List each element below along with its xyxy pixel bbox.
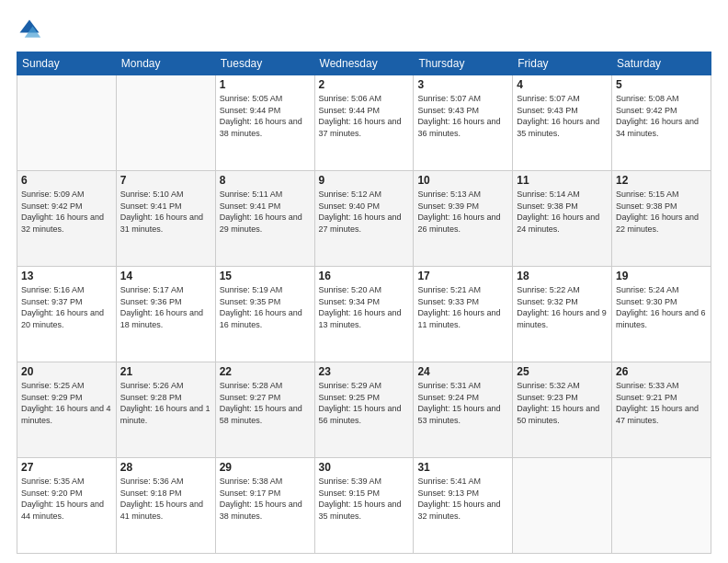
page-header xyxy=(17,17,711,42)
day-info: Sunrise: 5:17 AM Sunset: 9:36 PM Dayligh… xyxy=(120,284,211,330)
calendar-cell: 7Sunrise: 5:10 AM Sunset: 9:41 PM Daylig… xyxy=(116,171,215,267)
day-number: 1 xyxy=(220,78,311,91)
header-tuesday: Tuesday xyxy=(215,52,314,75)
day-info: Sunrise: 5:14 AM Sunset: 9:38 PM Dayligh… xyxy=(517,189,608,235)
day-number: 29 xyxy=(220,461,311,474)
day-info: Sunrise: 5:08 AM Sunset: 9:42 PM Dayligh… xyxy=(616,93,707,139)
calendar-cell: 14Sunrise: 5:17 AM Sunset: 9:36 PM Dayli… xyxy=(116,267,215,362)
calendar-week-row: 13Sunrise: 5:16 AM Sunset: 9:37 PM Dayli… xyxy=(17,267,711,362)
calendar-cell: 24Sunrise: 5:31 AM Sunset: 9:24 PM Dayli… xyxy=(414,362,513,458)
calendar-cell: 23Sunrise: 5:29 AM Sunset: 9:25 PM Dayli… xyxy=(314,362,414,458)
calendar-cell: 26Sunrise: 5:33 AM Sunset: 9:21 PM Dayli… xyxy=(612,362,711,458)
day-number: 2 xyxy=(319,78,410,91)
day-number: 26 xyxy=(616,365,707,378)
day-info: Sunrise: 5:29 AM Sunset: 9:25 PM Dayligh… xyxy=(319,380,410,426)
calendar-cell: 21Sunrise: 5:26 AM Sunset: 9:28 PM Dayli… xyxy=(116,362,215,458)
day-number: 24 xyxy=(417,365,508,378)
day-info: Sunrise: 5:06 AM Sunset: 9:44 PM Dayligh… xyxy=(319,93,410,139)
calendar-cell: 19Sunrise: 5:24 AM Sunset: 9:30 PM Dayli… xyxy=(612,267,711,362)
calendar-cell: 29Sunrise: 5:38 AM Sunset: 9:17 PM Dayli… xyxy=(215,458,314,554)
calendar-cell xyxy=(116,75,215,171)
calendar-cell: 16Sunrise: 5:20 AM Sunset: 9:34 PM Dayli… xyxy=(314,267,414,362)
calendar-week-row: 1Sunrise: 5:05 AM Sunset: 9:44 PM Daylig… xyxy=(17,75,711,171)
header-friday: Friday xyxy=(513,52,612,75)
header-saturday: Saturday xyxy=(612,52,711,75)
calendar-cell: 25Sunrise: 5:32 AM Sunset: 9:23 PM Dayli… xyxy=(513,362,612,458)
logo-icon xyxy=(17,17,42,42)
calendar-cell: 6Sunrise: 5:09 AM Sunset: 9:42 PM Daylig… xyxy=(17,171,117,267)
calendar-cell: 12Sunrise: 5:15 AM Sunset: 9:38 PM Dayli… xyxy=(612,171,711,267)
calendar-cell: 1Sunrise: 5:05 AM Sunset: 9:44 PM Daylig… xyxy=(215,75,314,171)
day-number: 31 xyxy=(417,461,508,474)
calendar-cell: 3Sunrise: 5:07 AM Sunset: 9:43 PM Daylig… xyxy=(414,75,513,171)
day-number: 17 xyxy=(417,270,508,282)
day-number: 27 xyxy=(21,461,112,474)
day-info: Sunrise: 5:22 AM Sunset: 9:32 PM Dayligh… xyxy=(517,284,608,330)
day-info: Sunrise: 5:13 AM Sunset: 9:39 PM Dayligh… xyxy=(417,189,508,235)
calendar-cell: 8Sunrise: 5:11 AM Sunset: 9:41 PM Daylig… xyxy=(215,171,314,267)
day-info: Sunrise: 5:16 AM Sunset: 9:37 PM Dayligh… xyxy=(21,284,112,330)
calendar-table: Sunday Monday Tuesday Wednesday Thursday… xyxy=(17,52,711,554)
day-info: Sunrise: 5:12 AM Sunset: 9:40 PM Dayligh… xyxy=(319,189,410,235)
calendar-cell: 11Sunrise: 5:14 AM Sunset: 9:38 PM Dayli… xyxy=(513,171,612,267)
day-info: Sunrise: 5:35 AM Sunset: 9:20 PM Dayligh… xyxy=(21,476,112,522)
header-wednesday: Wednesday xyxy=(314,52,414,75)
day-number: 18 xyxy=(517,270,608,282)
calendar-cell: 28Sunrise: 5:36 AM Sunset: 9:18 PM Dayli… xyxy=(116,458,215,554)
day-info: Sunrise: 5:10 AM Sunset: 9:41 PM Dayligh… xyxy=(120,189,211,235)
day-number: 19 xyxy=(616,270,707,282)
day-number: 13 xyxy=(21,270,112,282)
day-info: Sunrise: 5:20 AM Sunset: 9:34 PM Dayligh… xyxy=(319,284,410,330)
day-number: 23 xyxy=(319,365,410,378)
day-number: 14 xyxy=(120,270,211,282)
calendar-cell xyxy=(17,75,117,171)
day-info: Sunrise: 5:05 AM Sunset: 9:44 PM Dayligh… xyxy=(220,93,311,139)
day-number: 6 xyxy=(21,174,112,187)
weekday-header-row: Sunday Monday Tuesday Wednesday Thursday… xyxy=(17,52,711,75)
day-info: Sunrise: 5:33 AM Sunset: 9:21 PM Dayligh… xyxy=(616,380,707,426)
day-number: 22 xyxy=(220,365,311,378)
day-number: 25 xyxy=(517,365,608,378)
day-number: 10 xyxy=(417,174,508,187)
calendar-cell: 31Sunrise: 5:41 AM Sunset: 9:13 PM Dayli… xyxy=(414,458,513,554)
day-info: Sunrise: 5:39 AM Sunset: 9:15 PM Dayligh… xyxy=(319,476,410,522)
calendar-cell xyxy=(513,458,612,554)
day-info: Sunrise: 5:31 AM Sunset: 9:24 PM Dayligh… xyxy=(417,380,508,426)
day-info: Sunrise: 5:24 AM Sunset: 9:30 PM Dayligh… xyxy=(616,284,707,330)
calendar-cell xyxy=(612,458,711,554)
calendar-cell: 17Sunrise: 5:21 AM Sunset: 9:33 PM Dayli… xyxy=(414,267,513,362)
day-number: 28 xyxy=(120,461,211,474)
calendar-cell: 30Sunrise: 5:39 AM Sunset: 9:15 PM Dayli… xyxy=(314,458,414,554)
day-info: Sunrise: 5:41 AM Sunset: 9:13 PM Dayligh… xyxy=(417,476,508,522)
day-number: 16 xyxy=(319,270,410,282)
calendar-cell: 10Sunrise: 5:13 AM Sunset: 9:39 PM Dayli… xyxy=(414,171,513,267)
header-monday: Monday xyxy=(116,52,215,75)
day-number: 21 xyxy=(120,365,211,378)
day-number: 8 xyxy=(220,174,311,187)
calendar-cell: 4Sunrise: 5:07 AM Sunset: 9:43 PM Daylig… xyxy=(513,75,612,171)
day-number: 5 xyxy=(616,78,707,91)
day-number: 7 xyxy=(120,174,211,187)
day-info: Sunrise: 5:07 AM Sunset: 9:43 PM Dayligh… xyxy=(417,93,508,139)
calendar-cell: 22Sunrise: 5:28 AM Sunset: 9:27 PM Dayli… xyxy=(215,362,314,458)
logo xyxy=(17,17,46,42)
day-info: Sunrise: 5:21 AM Sunset: 9:33 PM Dayligh… xyxy=(417,284,508,330)
day-number: 20 xyxy=(21,365,112,378)
day-number: 9 xyxy=(319,174,410,187)
day-info: Sunrise: 5:19 AM Sunset: 9:35 PM Dayligh… xyxy=(220,284,311,330)
day-info: Sunrise: 5:36 AM Sunset: 9:18 PM Dayligh… xyxy=(120,476,211,522)
header-thursday: Thursday xyxy=(414,52,513,75)
calendar-week-row: 6Sunrise: 5:09 AM Sunset: 9:42 PM Daylig… xyxy=(17,171,711,267)
header-sunday: Sunday xyxy=(17,52,117,75)
calendar-cell: 15Sunrise: 5:19 AM Sunset: 9:35 PM Dayli… xyxy=(215,267,314,362)
calendar-cell: 13Sunrise: 5:16 AM Sunset: 9:37 PM Dayli… xyxy=(17,267,117,362)
day-info: Sunrise: 5:07 AM Sunset: 9:43 PM Dayligh… xyxy=(517,93,608,139)
calendar-cell: 20Sunrise: 5:25 AM Sunset: 9:29 PM Dayli… xyxy=(17,362,117,458)
day-number: 3 xyxy=(417,78,508,91)
day-info: Sunrise: 5:25 AM Sunset: 9:29 PM Dayligh… xyxy=(21,380,112,426)
day-info: Sunrise: 5:32 AM Sunset: 9:23 PM Dayligh… xyxy=(517,380,608,426)
day-number: 12 xyxy=(616,174,707,187)
day-number: 15 xyxy=(220,270,311,282)
day-info: Sunrise: 5:28 AM Sunset: 9:27 PM Dayligh… xyxy=(220,380,311,426)
day-info: Sunrise: 5:11 AM Sunset: 9:41 PM Dayligh… xyxy=(220,189,311,235)
